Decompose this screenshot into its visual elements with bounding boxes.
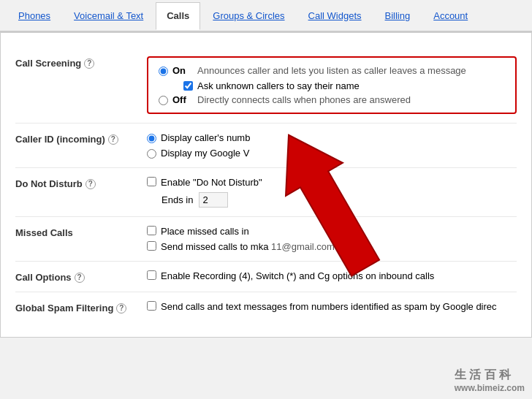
place-missed-calls-label: Place missed calls in <box>161 226 249 237</box>
call-screening-off-radio[interactable] <box>159 96 168 105</box>
call-options-label: Call Options ? <box>15 270 147 283</box>
caller-id-google-radio[interactable] <box>147 149 156 159</box>
watermark: 生 活 百 科 www.bimeiz.com <box>455 368 525 393</box>
unknown-callers-checkbox[interactable] <box>183 81 193 91</box>
call-screening-checkbox-sub: Ask unknown callers to say their name <box>183 80 505 91</box>
global-spam-help-icon[interactable]: ? <box>116 303 126 314</box>
do-not-disturb-checkbox-label: Enable "Do Not Disturb" <box>161 177 262 188</box>
call-screening-help-icon[interactable]: ? <box>84 58 94 69</box>
tab-phones[interactable]: Phones <box>7 2 61 29</box>
unknown-callers-label: Ask unknown callers to say their name <box>197 80 360 91</box>
caller-id-option1: Display caller's numb <box>147 132 517 143</box>
tab-account[interactable]: Account <box>422 2 479 29</box>
tab-call-widgets[interactable]: Call Widgets <box>297 2 373 29</box>
nav-bar: Phones Voicemail & Text Calls Groups & C… <box>0 0 532 32</box>
ends-in-input[interactable] <box>199 192 228 208</box>
settings-content: Call Screening ? On Announces caller and… <box>0 32 532 338</box>
do-not-disturb-content: Enable "Do Not Disturb" Ends in <box>147 177 517 208</box>
call-screening-off-desc: Directly connects calls when phones are … <box>197 94 411 105</box>
call-options-row: Call Options ? Enable Recording (4), Swi… <box>15 262 517 292</box>
global-spam-checkbox[interactable] <box>147 301 156 311</box>
tab-billing[interactable]: Billing <box>374 2 422 29</box>
do-not-disturb-checkbox[interactable] <box>147 177 156 186</box>
call-screening-on-desc: Announces caller and lets you listen as … <box>197 65 466 76</box>
caller-id-google-label: Display my Google V <box>161 148 249 159</box>
tab-calls[interactable]: Calls <box>156 2 200 30</box>
caller-id-number-radio[interactable] <box>147 134 156 143</box>
call-screening-on-option: On Announces caller and lets you listen … <box>159 65 505 76</box>
call-options-content: Enable Recording (4), Switch (*) and Cg … <box>147 270 517 281</box>
tab-groups-circles[interactable]: Groups & Circles <box>202 2 295 29</box>
call-options-help-icon[interactable]: ? <box>75 273 85 283</box>
global-spam-label: Global Spam Filtering ? <box>15 301 147 314</box>
global-spam-checkbox-label: Send calls and text messages from number… <box>161 301 497 312</box>
tab-voicemail-text[interactable]: Voicemail & Text <box>63 2 154 29</box>
send-missed-calls-checkbox[interactable] <box>147 241 156 251</box>
place-missed-calls-checkbox[interactable] <box>147 226 156 235</box>
call-screening-box: On Announces caller and lets you listen … <box>147 56 517 114</box>
caller-id-help-icon[interactable]: ? <box>108 134 118 145</box>
call-screening-off-label: Off <box>172 94 193 105</box>
missed-calls-content: Place missed calls in Send missed calls … <box>147 226 517 252</box>
do-not-disturb-label: Do Not Disturb ? <box>15 177 147 189</box>
missed-calls-row: Missed Calls Place missed calls in Send … <box>15 217 517 262</box>
call-screening-off-option: Off Directly connects calls when phones … <box>159 94 505 105</box>
caller-id-label: Caller ID (incoming) ? <box>15 132 147 145</box>
global-spam-content: Send calls and text messages from number… <box>147 301 517 312</box>
call-options-checkbox[interactable] <box>147 270 156 280</box>
call-screening-label: Call Screening ? <box>15 56 147 69</box>
ends-in-label: Ends in <box>162 194 193 205</box>
call-screening-on-radio[interactable] <box>159 66 168 76</box>
missed-calls-email: 11@gmail.com <box>271 241 335 252</box>
caller-id-option2: Display my Google V <box>147 148 517 159</box>
missed-calls-option1: Place missed calls in <box>147 226 517 237</box>
call-screening-on-label: On <box>172 65 193 76</box>
do-not-disturb-checkbox-row: Enable "Do Not Disturb" <box>147 177 517 188</box>
do-not-disturb-row: Do Not Disturb ? Enable "Do Not Disturb"… <box>15 168 517 217</box>
global-spam-checkbox-row: Send calls and text messages from number… <box>147 301 517 312</box>
caller-id-number-label: Display caller's numb <box>161 132 250 143</box>
do-not-disturb-help-icon[interactable]: ? <box>86 179 96 189</box>
caller-id-content: Display caller's numb Display my Google … <box>147 132 517 159</box>
missed-calls-option2: Send missed calls to mka 11@gmail.com <box>147 241 517 252</box>
call-screening-row: Call Screening ? On Announces caller and… <box>15 48 517 123</box>
watermark-url: www.bimeiz.com <box>455 383 525 393</box>
missed-calls-label: Missed Calls <box>15 226 147 238</box>
send-missed-calls-label: Send missed calls to mka 11@gmail.com <box>161 241 335 252</box>
global-spam-row: Global Spam Filtering ? Send calls and t… <box>15 292 517 322</box>
call-options-checkbox-row: Enable Recording (4), Switch (*) and Cg … <box>147 270 517 281</box>
watermark-cn-text: 生 活 百 科 <box>455 368 525 383</box>
call-options-checkbox-label: Enable Recording (4), Switch (*) and Cg … <box>161 270 434 281</box>
ends-in-row: Ends in <box>162 192 517 208</box>
caller-id-row: Caller ID (incoming) ? Display caller's … <box>15 123 517 168</box>
